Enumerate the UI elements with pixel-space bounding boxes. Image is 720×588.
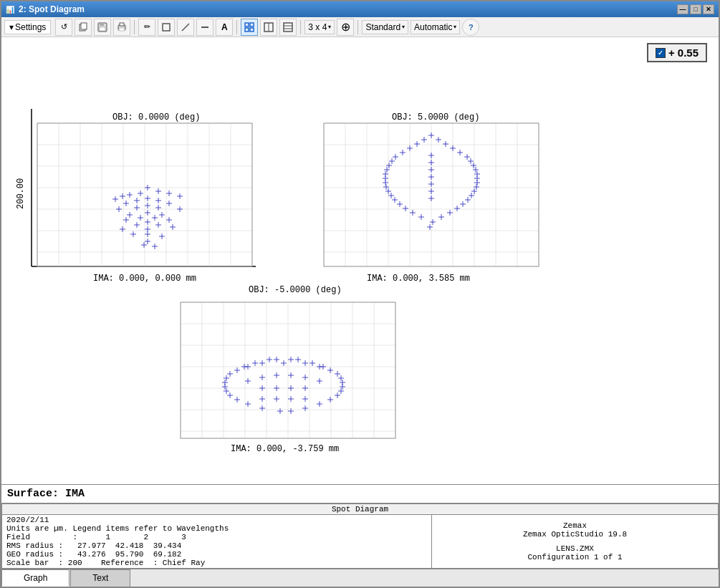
restore-button[interactable]: □ (690, 4, 701, 14)
svg-rect-1 (81, 23, 87, 29)
text-tab[interactable]: Text (70, 569, 130, 587)
svg-rect-7 (119, 28, 125, 31)
layout-3-button[interactable] (279, 19, 297, 36)
content-area: ✓ + 0.55 200.00 OBJ: 0.0000 (deg) (1, 37, 719, 587)
svg-rect-8 (163, 24, 170, 31)
svg-text:OBJ: 5.0000 (deg): OBJ: 5.0000 (deg) (392, 112, 479, 122)
hline-button[interactable] (196, 19, 213, 36)
standard-label: Standard (365, 22, 400, 32)
target-button[interactable]: ⊕ (337, 19, 354, 36)
table-left-col: 2020/2/11 Units are µm. Legend items ref… (2, 515, 432, 569)
minimize-button[interactable]: — (677, 4, 688, 14)
text-button[interactable]: A (216, 19, 233, 36)
svg-text:IMA: 0.000, 0.000 mm: IMA: 0.000, 0.000 mm (93, 274, 196, 284)
info-date: 2020/2/11 (6, 516, 427, 524)
info-field: Field : 1 2 3 (6, 533, 427, 541)
svg-text:OBJ: 0.0000 (deg): OBJ: 0.0000 (deg) (112, 112, 200, 122)
info-units: Units are µm. Legend items refer to Wave… (6, 524, 427, 533)
standard-arrow: ▾ (402, 24, 405, 30)
toolbar-buttons: ↺ ✏ A (55, 19, 479, 36)
settings-label: Settings (15, 22, 46, 32)
spot-cluster-1 (112, 185, 183, 249)
print-button[interactable] (113, 19, 130, 36)
configuration: Configuration 1 of 1 (436, 553, 714, 562)
svg-text:IMA: 0.000, 3.585 mm: IMA: 0.000, 3.585 mm (367, 274, 470, 284)
grid-bottom-center: IMA: 0.000, -3.759 mm (181, 302, 395, 454)
svg-rect-3 (100, 23, 104, 26)
graph-tab[interactable]: Graph (1, 569, 69, 587)
title-bar: 📊 2: Spot Diagram — □ ✕ (1, 1, 719, 17)
y-axis-label: 200.00 (16, 178, 26, 209)
svg-text:IMA: 0.000, -3.759 mm: IMA: 0.000, -3.759 mm (231, 444, 339, 454)
automatic-dropdown[interactable]: Automatic ▾ (411, 20, 460, 34)
diagram-container: ✓ + 0.55 200.00 OBJ: 0.0000 (deg) (1, 37, 719, 484)
svg-rect-12 (250, 23, 254, 26)
scale-checkbox[interactable]: ✓ (656, 48, 666, 58)
software-name: Zemax (436, 521, 714, 530)
svg-rect-14 (250, 28, 254, 32)
settings-menu[interactable]: ▾ Settings (4, 20, 51, 34)
title-buttons: — □ ✕ (677, 4, 714, 14)
settings-arrow: ▾ (9, 22, 14, 32)
table-header-row: Spot Diagram (2, 504, 719, 515)
bottom-info-section: Surface: IMA Spot Diagram 2020/2/11 Unit… (1, 484, 719, 587)
line-button[interactable] (177, 19, 194, 36)
close-button[interactable]: ✕ (703, 4, 714, 14)
window-title: 2: Spot Diagram (19, 4, 677, 14)
automatic-label: Automatic (414, 22, 452, 32)
software-version: Zemax OpticStudio 19.8 (436, 530, 714, 539)
grid-top-left: OBJ: 0.0000 (deg) (37, 112, 252, 284)
toolbar: ▾ Settings ↺ ✏ A (1, 17, 719, 37)
info-rms: RMS radius : 27.977 42.418 39.434 (6, 541, 427, 550)
scale-value: + 0.55 (668, 47, 699, 59)
main-window: 📊 2: Spot Diagram — □ ✕ ▾ Settings ↺ ✏ (0, 0, 720, 588)
separator-3 (300, 20, 301, 34)
tab-bar: Graph Text (1, 569, 719, 587)
automatic-arrow: ▾ (453, 24, 456, 30)
separator-1 (134, 20, 135, 34)
table-right-col: Zemax Zemax OpticStudio 19.8 LENS.ZMX Co… (432, 515, 719, 569)
copy-button[interactable] (75, 19, 92, 36)
layout-grid-button[interactable] (241, 19, 258, 36)
separator-2 (236, 20, 237, 34)
grid-size-arrow: ▾ (328, 24, 331, 30)
title-icon: 📊 (6, 6, 14, 14)
right-col-spacer (436, 539, 714, 544)
lens-file: LENS.ZMX (436, 544, 714, 553)
spot-cluster-3 (222, 357, 345, 414)
info-scale: Scale bar : 200 Reference : Chief Ray (6, 559, 427, 567)
svg-rect-6 (120, 23, 124, 26)
svg-rect-17 (284, 23, 292, 32)
grid-size-dropdown[interactable]: 3 x 4 ▾ (304, 20, 335, 34)
info-geo: GEO radius : 43.276 95.790 69.182 (6, 550, 427, 559)
svg-text:OBJ: -5.0000 (deg): OBJ: -5.0000 (deg) (249, 285, 342, 295)
save-button[interactable] (94, 19, 111, 36)
svg-line-9 (182, 24, 189, 31)
refresh-button[interactable]: ↺ (55, 19, 72, 36)
svg-rect-4 (100, 27, 105, 31)
grid-size-label: 3 x 4 (308, 22, 327, 32)
table-header: Spot Diagram (2, 504, 719, 515)
separator-4 (357, 20, 358, 34)
layout-single-button[interactable] (260, 19, 277, 36)
help-button[interactable]: ? (462, 19, 479, 36)
surface-label: Surface: IMA (1, 485, 719, 503)
svg-rect-13 (245, 28, 249, 32)
info-table: Spot Diagram 2020/2/11 Units are µm. Leg… (1, 503, 719, 569)
pencil-button[interactable]: ✏ (138, 19, 155, 36)
rect-button[interactable] (158, 19, 175, 36)
scale-badge: ✓ + 0.55 (647, 43, 707, 62)
spot-diagram-svg: 200.00 OBJ: 0.0000 (deg) (1, 37, 719, 471)
standard-dropdown[interactable]: Standard ▾ (362, 20, 408, 34)
grid-top-right: OBJ: 5.0000 (deg) (324, 112, 539, 284)
svg-rect-11 (245, 23, 249, 26)
table-data-row: 2020/2/11 Units are µm. Legend items ref… (2, 515, 719, 569)
